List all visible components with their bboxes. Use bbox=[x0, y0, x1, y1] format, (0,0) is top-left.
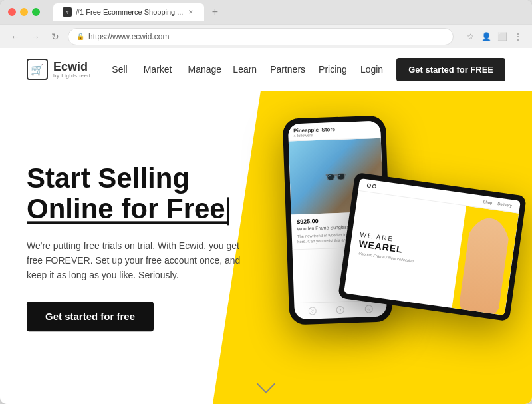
sunglasses-image-icon: 🕶️ bbox=[324, 165, 348, 188]
browser-window: # #1 Free Ecommerce Shopping ... ✕ + ← →… bbox=[0, 0, 532, 404]
phone-like-icon[interactable]: ♡ bbox=[309, 307, 317, 315]
scroll-indicator[interactable] bbox=[259, 377, 273, 391]
nav-manage[interactable]: Manage bbox=[188, 64, 221, 75]
browser-tab[interactable]: # #1 Free Ecommerce Shopping ... ✕ bbox=[53, 3, 204, 21]
phone-save-icon[interactable]: ☆ bbox=[364, 305, 372, 313]
hero-cta-button[interactable]: Get started for free bbox=[27, 302, 154, 331]
hero-title-line1: Start Selling bbox=[27, 162, 190, 194]
logo-icon: 🛒 bbox=[27, 59, 48, 80]
account-icon[interactable]: 👤 bbox=[480, 31, 492, 43]
nav-login[interactable]: Login bbox=[360, 64, 383, 75]
tablet-left-content: WE ARE WEAREL Wooden Frame / New collect… bbox=[344, 191, 466, 308]
hero-description: We're putting free trials on trial. With… bbox=[27, 238, 253, 283]
nav-left: Sell Market Manage bbox=[112, 64, 221, 75]
tablet-body: WE ARE WEAREL Wooden Frame / New collect… bbox=[344, 191, 519, 315]
text-cursor bbox=[227, 197, 229, 225]
hero-content: Start Selling Online for Free We're putt… bbox=[27, 163, 253, 331]
nav-pricing[interactable]: Pricing bbox=[319, 64, 347, 75]
tablet-logo bbox=[367, 183, 377, 188]
nav-right: Learn Partners Pricing Login Get started… bbox=[233, 58, 505, 81]
tab-favicon: # bbox=[63, 7, 72, 17]
site-navigation: 🛒 Ecwid by Lightspeed Sell Market Manage… bbox=[0, 48, 532, 91]
nav-market[interactable]: Market bbox=[144, 64, 172, 75]
tablet-nav-delivery[interactable]: Delivery bbox=[497, 202, 512, 208]
extensions-icon[interactable]: ⬜ bbox=[496, 31, 508, 43]
forward-button[interactable]: → bbox=[28, 29, 43, 44]
tablet-screen: Shop Delivery WE ARE WEAREL Wooden Frame… bbox=[344, 178, 521, 315]
minimize-window-button[interactable] bbox=[20, 8, 28, 16]
chevron-down-icon bbox=[257, 375, 275, 393]
tablet-logo-circle-2 bbox=[372, 184, 376, 189]
close-window-button[interactable] bbox=[8, 8, 16, 16]
tablet-nav-shop[interactable]: Shop bbox=[483, 200, 493, 205]
phone-share-icon[interactable]: ↑ bbox=[336, 306, 344, 314]
logo-name: Ecwid bbox=[53, 61, 90, 73]
hero-phones: Pineapple_Store 4 followers 🕶️ $925.00 W… bbox=[266, 104, 532, 404]
nav-cta-button[interactable]: Get started for FREE bbox=[396, 58, 505, 81]
logo-tagline: by Lightspeed bbox=[53, 73, 90, 79]
address-bar[interactable]: 🔒 https://www.ecwid.com bbox=[68, 28, 454, 45]
url-text: https://www.ecwid.com bbox=[88, 32, 169, 41]
cart-icon: 🛒 bbox=[31, 63, 44, 76]
phone-bottom-icons: ♡ ↑ ☆ bbox=[294, 300, 387, 320]
nav-sell[interactable]: Sell bbox=[112, 64, 127, 75]
new-tab-button[interactable]: + bbox=[207, 4, 223, 20]
address-bar-row: ← → ↻ 🔒 https://www.ecwid.com ☆ 👤 ⬜ ⋮ bbox=[0, 24, 532, 48]
back-button[interactable]: ← bbox=[8, 29, 23, 44]
lock-icon: 🔒 bbox=[76, 33, 84, 40]
hero-title-line2: Online for Free bbox=[27, 194, 229, 225]
star-icon[interactable]: ☆ bbox=[464, 31, 476, 43]
nav-partners[interactable]: Partners bbox=[270, 64, 305, 75]
browser-icons: ☆ 👤 ⬜ ⋮ bbox=[464, 31, 524, 43]
tablet-person-image bbox=[458, 207, 512, 315]
logo-text: Ecwid by Lightspeed bbox=[53, 61, 90, 79]
tablet-logo-circle-1 bbox=[367, 183, 372, 188]
tablet-nav: Shop Delivery bbox=[483, 200, 512, 208]
tab-close-button[interactable]: ✕ bbox=[187, 8, 195, 16]
traffic-lights bbox=[8, 8, 40, 16]
refresh-button[interactable]: ↻ bbox=[48, 29, 63, 44]
tab-bar: # #1 Free Ecommerce Shopping ... ✕ + bbox=[53, 3, 524, 21]
title-bar: # #1 Free Ecommerce Shopping ... ✕ + bbox=[0, 0, 532, 24]
hero-title: Start Selling Online for Free bbox=[27, 163, 253, 225]
maximize-window-button[interactable] bbox=[32, 8, 40, 16]
nav-learn[interactable]: Learn bbox=[233, 64, 257, 75]
tablet-mockup: Shop Delivery WE ARE WEAREL Wooden Frame… bbox=[338, 172, 527, 321]
menu-icon[interactable]: ⋮ bbox=[512, 31, 524, 43]
webpage: 🛒 Ecwid by Lightspeed Sell Market Manage… bbox=[0, 48, 532, 404]
logo[interactable]: 🛒 Ecwid by Lightspeed bbox=[27, 59, 90, 80]
tab-title: #1 Free Ecommerce Shopping ... bbox=[76, 8, 183, 16]
hero-section: Start Selling Online for Free We're putt… bbox=[0, 91, 532, 404]
